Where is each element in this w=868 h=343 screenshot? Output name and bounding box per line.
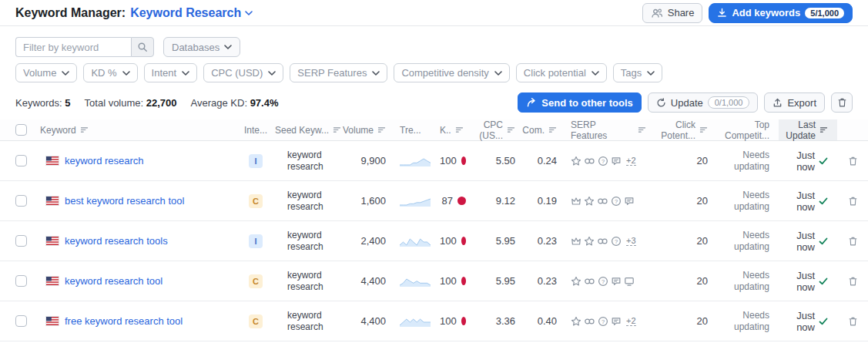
filter-chip-kd-[interactable]: KD % (83, 63, 137, 82)
serp-features: ?+2 (571, 156, 636, 166)
last-update-value: Just now (783, 230, 815, 253)
column-header-click[interactable]: Click Potent... (651, 119, 717, 140)
sort-icon (699, 126, 708, 133)
row-delete-button[interactable] (842, 156, 863, 166)
column-header-serp[interactable]: SERP Features (566, 119, 651, 140)
chip-label: CPC (USD) (211, 67, 263, 79)
download-icon (717, 8, 727, 18)
row-delete-button[interactable] (842, 196, 863, 207)
top-competitors-status: Needs updating (722, 150, 769, 173)
databases-dropdown[interactable]: Databases (163, 37, 240, 57)
share-button[interactable]: Share (642, 3, 703, 23)
row-delete-button[interactable] (842, 316, 863, 327)
filter-chip-tags[interactable]: Tags (613, 63, 662, 82)
list-name: Keyword Research (130, 6, 241, 20)
keyword-link[interactable]: keyword research tools (65, 235, 168, 247)
cell-del (837, 276, 868, 287)
select-all-checkbox[interactable] (15, 124, 27, 136)
cell-volume: 2,400 (347, 235, 395, 247)
keywords-count: Keywords: 5 (15, 97, 71, 109)
row-checkbox[interactable] (15, 275, 27, 287)
keyword-link[interactable]: free keyword research tool (65, 315, 183, 327)
filter-chip-serp-features[interactable]: SERP Features (290, 63, 387, 82)
cpc-value: 5.50 (496, 155, 515, 166)
seed-keyword: keyword research (275, 270, 343, 293)
cell-keyword: keyword research (35, 155, 240, 166)
chat-icon (611, 276, 622, 287)
search-icon (137, 42, 148, 52)
intent-badge[interactable]: C (249, 274, 263, 288)
svg-text:?: ? (602, 157, 605, 164)
update-button[interactable]: Update 0/1,000 (648, 92, 759, 113)
row-checkbox[interactable] (15, 235, 27, 247)
filter-chip-competitive-density[interactable]: Competitive density (394, 63, 509, 82)
filter-chip-click-potential[interactable]: Click potential (516, 63, 607, 82)
keyword-link[interactable]: keyword research tool (65, 275, 163, 287)
intent-badge[interactable]: I (249, 154, 263, 168)
filter-chip-cpc-usd-[interactable]: CPC (USD) (203, 63, 283, 82)
column-label: Top Competit... (722, 119, 769, 141)
volume-value: 9,900 (360, 155, 386, 166)
serp-features: ? (571, 276, 635, 287)
keyword-link[interactable]: keyword research (65, 155, 144, 166)
click-potential-value: 20 (697, 275, 708, 287)
serp-more[interactable]: +2 (626, 316, 636, 326)
kd-dot (461, 317, 466, 325)
cell-seed: keyword research (270, 310, 347, 333)
search-row: Databases (15, 37, 853, 57)
serp-more[interactable]: +3 (626, 236, 636, 246)
filter-chip-intent[interactable]: Intent (144, 63, 198, 82)
column-header-keyword[interactable]: Keyword (35, 119, 240, 140)
column-label: Inte... (244, 125, 267, 136)
column-header-com[interactable]: Com. (524, 119, 566, 140)
cell-top: Needs updating (717, 190, 779, 213)
cell-seed: keyword research (270, 270, 347, 293)
intent-badge[interactable]: I (249, 234, 263, 248)
row-checkbox[interactable] (15, 155, 27, 166)
question-icon: ? (598, 276, 608, 287)
row-checkbox[interactable] (15, 315, 27, 327)
search-button[interactable] (131, 37, 154, 57)
row-checkbox[interactable] (15, 195, 27, 207)
export-icon (772, 98, 783, 108)
filter-chip-volume[interactable]: Volume (15, 63, 77, 82)
delete-selected-button[interactable] (831, 92, 853, 113)
send-to-other-tools-button[interactable]: Send to other tools (518, 92, 641, 113)
column-header-cpc[interactable]: CPC (US... (475, 119, 524, 140)
keyword-filter-input[interactable] (15, 37, 131, 57)
list-name-dropdown[interactable]: Keyword Research (130, 6, 253, 20)
cell-serp: ? (566, 196, 651, 207)
volume-value: 2,400 (360, 235, 386, 247)
cell-cpc: 5.95 (475, 275, 524, 287)
cell-top: Needs updating (717, 150, 779, 173)
cell-keyword: free keyword research tool (35, 315, 240, 327)
cell-del (837, 156, 868, 166)
row-delete-button[interactable] (842, 276, 863, 287)
column-header-kd[interactable]: K.. (435, 119, 475, 140)
cell-keyword: best keyword research tool (35, 195, 240, 207)
keyword-link[interactable]: best keyword research tool (65, 195, 184, 207)
intent-badge[interactable]: C (249, 314, 263, 328)
export-button[interactable]: Export (764, 92, 825, 113)
chevron-down-icon (122, 71, 130, 76)
cell-click: 20 (651, 235, 717, 247)
intent-badge[interactable]: C (249, 194, 263, 208)
click-potential-value: 20 (697, 155, 708, 166)
us-flag-icon (46, 156, 59, 165)
trend-sparkline (400, 196, 431, 207)
chevron-down-icon (494, 71, 502, 76)
column-header-volume[interactable]: Volume (347, 119, 395, 140)
cell-intent: C (240, 194, 270, 208)
trash-icon (837, 97, 847, 108)
serp-features: ?+2 (571, 316, 636, 327)
column-header-last[interactable]: Last Update (779, 119, 837, 140)
row-delete-button[interactable] (842, 236, 863, 247)
cell-top: Needs updating (717, 230, 779, 253)
question-icon: ? (611, 236, 622, 247)
add-keywords-button[interactable]: Add keywords 5/1,000 (709, 3, 853, 23)
serp-more[interactable]: +2 (626, 156, 636, 166)
top-actions: Share Add keywords 5/1,000 (642, 3, 853, 23)
column-header-seed[interactable]: Seed Keyw... (270, 119, 347, 140)
cell-cpc: 3.36 (475, 315, 524, 327)
check-icon (819, 277, 828, 285)
